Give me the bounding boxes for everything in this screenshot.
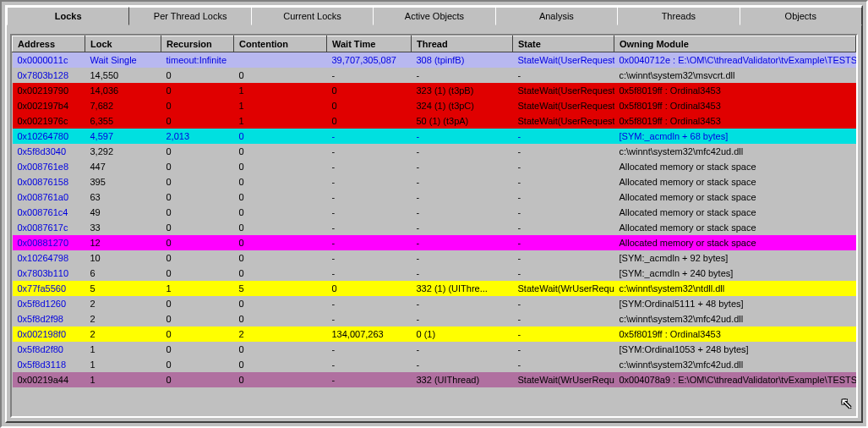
cell-recursion: timeout:Infinite bbox=[161, 52, 234, 69]
cell-address: 0x5f8d2f98 bbox=[13, 311, 85, 326]
cell-address: 0x5f8d3118 bbox=[13, 357, 85, 372]
inner-panel: LocksPer Thread LocksCurrent LocksActive… bbox=[5, 5, 863, 423]
cell-contention: 0 bbox=[234, 220, 327, 235]
cell-address: 0x77fa5560 bbox=[13, 281, 85, 296]
tab-label: Locks bbox=[55, 11, 82, 21]
tab-current-locks[interactable]: Current Locks bbox=[251, 7, 374, 25]
cell-wait: - bbox=[327, 144, 412, 159]
table-body: 0x0000011cWait Singletimeout:Infinite39,… bbox=[13, 52, 856, 388]
cell-state: StateWait(WrUserRequest) bbox=[513, 372, 614, 387]
cell-thread: - bbox=[412, 220, 513, 235]
tab-active-objects[interactable]: Active Objects bbox=[373, 7, 495, 25]
column-header-owning-module[interactable]: Owning Module bbox=[614, 36, 856, 52]
tab-analysis[interactable]: Analysis bbox=[495, 7, 618, 25]
cell-recursion: 0 bbox=[161, 250, 234, 266]
cell-own: 0x5f8019ff : Ordinal3453 bbox=[614, 83, 856, 98]
tab-per-thread-locks[interactable]: Per Thread Locks bbox=[128, 7, 251, 25]
cell-wait: 0 bbox=[327, 83, 412, 98]
table-row[interactable]: 0x0021976c6,35501050 (1) (t3pA)StateWait… bbox=[13, 113, 856, 129]
cell-thread: - bbox=[412, 205, 513, 220]
cell-contention: 0 bbox=[234, 68, 327, 83]
table-header-row: AddressLockRecursionContentionWait TimeT… bbox=[13, 36, 856, 52]
cell-thread: - bbox=[412, 357, 513, 372]
table-row[interactable]: 0x5f8d3118100---c:\winnt\system32\mfc42u… bbox=[13, 357, 856, 372]
locks-table-wrap: AddressLockRecursionContentionWait TimeT… bbox=[10, 34, 858, 418]
table-row[interactable]: 0x008761e844700---Allocated memory or st… bbox=[13, 159, 856, 174]
cell-wait: - bbox=[327, 296, 412, 311]
cell-recursion: 0 bbox=[161, 83, 234, 98]
cell-recursion: 0 bbox=[161, 189, 234, 205]
cell-recursion: 0 bbox=[161, 342, 234, 357]
cell-thread: 323 (1) (t3pB) bbox=[412, 83, 513, 98]
table-row[interactable]: 0x7803b110600---[SYM:_acmdln + 240 bytes… bbox=[13, 266, 856, 281]
cell-own: Allocated memory or stack space bbox=[614, 220, 856, 235]
window-frame: LocksPer Thread LocksCurrent LocksActive… bbox=[0, 0, 868, 428]
table-row[interactable]: 0x5f8d1260200---[SYM:Ordinal5111 + 48 by… bbox=[13, 296, 856, 311]
cell-address: 0x008761e8 bbox=[13, 159, 85, 174]
cell-recursion: 0 bbox=[161, 372, 234, 387]
cell-lock: 14,036 bbox=[85, 83, 161, 98]
cell-wait: - bbox=[327, 311, 412, 326]
table-row[interactable]: 0x7803b12814,55000---c:\winnt\system32\m… bbox=[13, 68, 856, 83]
cell-address: 0x002197b4 bbox=[13, 98, 85, 113]
cell-address: 0x7803b128 bbox=[13, 68, 85, 83]
table-row[interactable]: 0x102647804,5972,0130---[SYM:_acmdln + 6… bbox=[13, 129, 856, 144]
cell-lock: 2 bbox=[85, 326, 161, 342]
cell-own: Allocated memory or stack space bbox=[614, 174, 856, 189]
cell-contention: 0 bbox=[234, 205, 327, 220]
cell-thread: 308 (tpinfB) bbox=[412, 52, 513, 69]
cell-own: 0x0040712e : E:\OM\C\threadValidator\tvE… bbox=[614, 52, 856, 69]
cell-wait: - bbox=[327, 342, 412, 357]
cell-contention: 0 bbox=[234, 357, 327, 372]
cell-address: 0x002198f0 bbox=[13, 326, 85, 342]
column-header-wait-time[interactable]: Wait Time bbox=[327, 36, 412, 52]
cell-recursion: 0 bbox=[161, 357, 234, 372]
column-header-contention[interactable]: Contention bbox=[234, 36, 327, 52]
table-row[interactable]: 0x002197b47,682010324 (1) (t3pC)StateWai… bbox=[13, 98, 856, 113]
tab-label: Current Locks bbox=[283, 11, 341, 21]
tab-objects[interactable]: Objects bbox=[740, 7, 862, 25]
table-row[interactable]: 0x002198f0202134,007,2630 (1)-0x5f8019ff… bbox=[13, 326, 856, 342]
cell-recursion: 1 bbox=[161, 281, 234, 296]
table-row[interactable]: 0x008761c44900---Allocated memory or sta… bbox=[13, 205, 856, 220]
cell-own: [SYM:_acmdln + 68 bytes] bbox=[614, 129, 856, 144]
cell-lock: 1 bbox=[85, 357, 161, 372]
table-row[interactable]: 0x0021979014,036010323 (1) (t3pB)StateWa… bbox=[13, 83, 856, 98]
column-header-address[interactable]: Address bbox=[13, 36, 85, 52]
table-row[interactable]: 0x5f8d30403,29200---c:\winnt\system32\mf… bbox=[13, 144, 856, 159]
cell-address: 0x00219a44 bbox=[13, 372, 85, 387]
cell-contention: 1 bbox=[234, 113, 327, 129]
column-header-lock[interactable]: Lock bbox=[85, 36, 161, 52]
table-row[interactable]: 0x00219a44100-332 (UIThread)StateWait(Wr… bbox=[13, 372, 856, 387]
table-row[interactable]: 0x0087617c3300---Allocated memory or sta… bbox=[13, 220, 856, 235]
tab-threads[interactable]: Threads bbox=[617, 7, 740, 25]
table-row[interactable]: 0x0000011cWait Singletimeout:Infinite39,… bbox=[13, 52, 856, 69]
column-header-thread[interactable]: Thread bbox=[412, 36, 513, 52]
tab-locks[interactable]: Locks bbox=[7, 7, 129, 25]
cell-contention: 0 bbox=[234, 342, 327, 357]
cell-lock: 395 bbox=[85, 174, 161, 189]
cell-thread: - bbox=[412, 159, 513, 174]
table-row[interactable]: 0x5f8d2f80100---[SYM:Ordinal1053 + 248 b… bbox=[13, 342, 856, 357]
column-header-recursion[interactable]: Recursion bbox=[161, 36, 234, 52]
cell-own: Allocated memory or stack space bbox=[614, 235, 856, 250]
cell-thread: - bbox=[412, 68, 513, 83]
cell-wait: - bbox=[327, 68, 412, 83]
cell-state: - bbox=[513, 159, 614, 174]
cell-contention: 0 bbox=[234, 296, 327, 311]
cell-contention: 1 bbox=[234, 83, 327, 98]
table-row[interactable]: 0x102647981000---[SYM:_acmdln + 92 bytes… bbox=[13, 250, 856, 266]
cell-state: StateWait(WrUserRequest) bbox=[513, 281, 614, 296]
column-header-state[interactable]: State bbox=[513, 36, 614, 52]
table-row[interactable]: 0x0087615839500---Allocated memory or st… bbox=[13, 174, 856, 189]
table-row[interactable]: 0x008812701200---Allocated memory or sta… bbox=[13, 235, 856, 250]
cell-own: 0x5f8019ff : Ordinal3453 bbox=[614, 98, 856, 113]
cell-state: - bbox=[513, 235, 614, 250]
cell-contention: 0 bbox=[234, 159, 327, 174]
table-row[interactable]: 0x77fa55605150332 (1) (UIThre...StateWai… bbox=[13, 281, 856, 296]
cell-thread: - bbox=[412, 144, 513, 159]
cell-own: Allocated memory or stack space bbox=[614, 189, 856, 205]
table-row[interactable]: 0x5f8d2f98200---c:\winnt\system32\mfc42u… bbox=[13, 311, 856, 326]
table-row[interactable]: 0x008761a06300---Allocated memory or sta… bbox=[13, 189, 856, 205]
cell-state: StateWait(UserRequest) bbox=[513, 52, 614, 69]
